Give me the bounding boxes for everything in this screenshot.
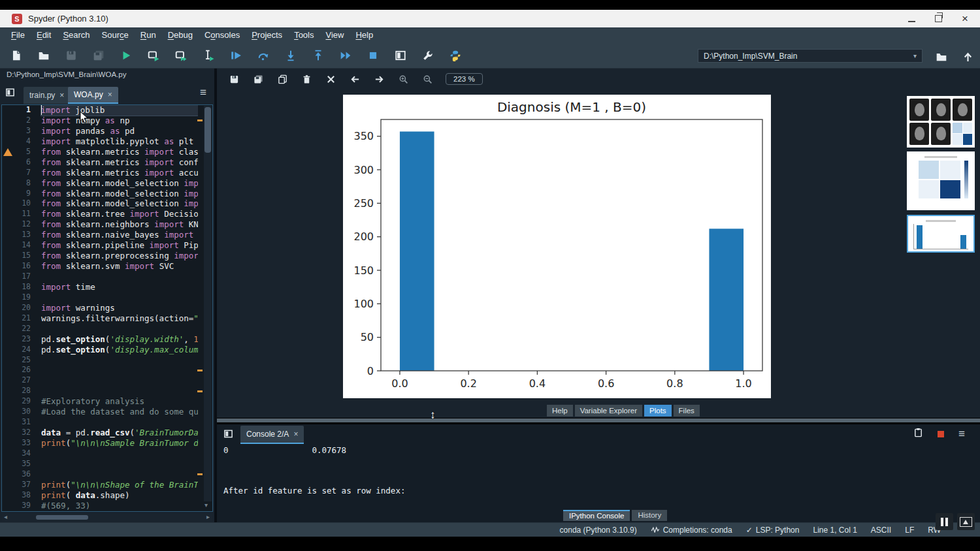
ipython-console-pane[interactable] [217, 424, 980, 522]
console-options-menu-icon[interactable]: ≡ [958, 428, 965, 439]
presenter-button[interactable] [957, 513, 975, 530]
menu-tools[interactable]: Tools [288, 29, 319, 41]
save-plot-icon[interactable] [225, 71, 242, 87]
editor-vertical-scrollbar[interactable] [204, 106, 212, 501]
close-icon[interactable]: × [59, 91, 64, 100]
editor-splitter-icon[interactable] [5, 87, 15, 100]
code-line[interactable]: 5from sklearn.metrics import class [2, 147, 198, 157]
menu-file[interactable]: File [5, 29, 31, 41]
editor-options-menu-icon[interactable]: ≡ [200, 87, 206, 98]
scroll-right-icon[interactable]: ▸ [206, 513, 210, 520]
thumbnail-brain-image-samples[interactable] [907, 96, 975, 148]
code-line[interactable]: 33print("\n\n\nSample BrainTumor da [2, 438, 198, 449]
step-into-icon[interactable] [282, 47, 299, 64]
console-splitter-icon[interactable] [223, 429, 233, 441]
menu-debug[interactable]: Debug [162, 29, 199, 41]
close-window-button[interactable]: × [962, 13, 968, 24]
tab-train-py[interactable]: train.py × [24, 87, 70, 104]
code-line[interactable]: 13from sklearn.naive_bayes import G [2, 230, 198, 240]
menu-edit[interactable]: Edit [31, 29, 57, 41]
scroll-down-icon[interactable]: ▾ [204, 501, 208, 509]
console-tab-ipython-console[interactable]: IPython Console [563, 510, 630, 521]
thumbnail-diagnosis-histogram[interactable] [907, 215, 975, 253]
next-plot-icon[interactable] [370, 71, 387, 87]
scrollbar-thumb[interactable] [204, 107, 211, 153]
maximize-pane-icon[interactable] [392, 47, 409, 64]
menu-help[interactable]: Help [350, 29, 379, 41]
code-line[interactable]: 25 [2, 355, 198, 366]
code-line[interactable]: 36 [2, 469, 198, 480]
code-line[interactable]: 14from sklearn.pipeline import Pipe [2, 240, 198, 251]
code-line[interactable]: 2import numpy as np [2, 116, 198, 126]
step-over-icon[interactable] [255, 47, 272, 64]
open-file-icon[interactable] [35, 47, 52, 64]
zoom-in-icon[interactable] [395, 71, 412, 87]
editor-horizontal-scrollbar[interactable] [2, 514, 212, 521]
debug-icon[interactable] [227, 47, 244, 64]
thumbnail-confusion-matrix[interactable] [907, 151, 975, 210]
continue-execution-icon[interactable] [337, 47, 354, 64]
code-line[interactable]: 35 [2, 459, 198, 469]
copy-console-icon[interactable] [913, 428, 923, 440]
close-icon[interactable]: × [108, 90, 112, 99]
python-env-icon[interactable] [447, 47, 464, 64]
code-line[interactable]: 4import matplotlib.pyplot as plt [2, 136, 198, 147]
horizontal-splitter[interactable] [217, 418, 980, 422]
new-file-icon[interactable] [8, 47, 25, 64]
parent-directory-button[interactable] [959, 48, 976, 65]
close-icon[interactable]: × [293, 430, 298, 439]
code-line[interactable]: 16from sklearn.svm import SVC [2, 261, 198, 272]
preferences-icon[interactable] [419, 47, 436, 64]
code-line[interactable]: 3import pandas as pd [2, 126, 198, 136]
working-directory-combo[interactable]: D:\Python_Imp\SVM_Brain ▾ [698, 49, 923, 63]
remove-all-plots-icon[interactable] [322, 71, 339, 87]
menu-projects[interactable]: Projects [246, 29, 288, 41]
run-cell-advance-icon[interactable] [172, 47, 189, 64]
code-line[interactable]: 30#Load the dataset and do some qui [2, 407, 198, 417]
run-selection-icon[interactable] [200, 47, 217, 64]
pane-tab-help[interactable]: Help [547, 405, 573, 417]
step-out-icon[interactable] [310, 47, 327, 64]
pause-button[interactable] [936, 513, 953, 530]
zoom-out-icon[interactable] [419, 71, 436, 87]
menu-view[interactable]: View [319, 29, 350, 41]
code-line[interactable]: 38print( data.shape) [2, 490, 198, 501]
code-line[interactable]: 32data = pd.read_csv('BrainTumorDat [2, 428, 198, 438]
save-all-plots-icon[interactable] [250, 71, 267, 87]
code-line[interactable]: 23pd.set_option('display.width', 10 [2, 334, 198, 345]
code-line[interactable]: 11from sklearn.tree import Decision [2, 209, 198, 219]
code-line[interactable]: 37print("\n\n\nShape of the BrainTu [2, 480, 198, 490]
copy-plot-icon[interactable] [274, 71, 291, 87]
code-line[interactable]: 22 [2, 324, 198, 334]
save-icon[interactable] [63, 47, 80, 64]
code-line[interactable]: 24pd.set_option('display.max_column [2, 345, 198, 355]
code-line[interactable]: 26 [2, 365, 198, 375]
tab-console-2a[interactable]: Console 2/A × [240, 426, 304, 444]
code-line[interactable]: 34 [2, 449, 198, 459]
code-line[interactable]: 31 [2, 417, 198, 428]
code-line[interactable]: 9from sklearn.model_selection impo [2, 189, 198, 199]
browse-directory-button[interactable] [933, 48, 950, 65]
remove-plot-icon[interactable] [298, 71, 315, 87]
pane-tab-files[interactable]: Files [674, 405, 700, 417]
code-line[interactable]: 20import warnings [2, 303, 198, 313]
menu-consoles[interactable]: Consoles [199, 29, 246, 41]
stop-debug-icon[interactable] [365, 47, 382, 64]
code-line[interactable]: 17 [2, 272, 198, 282]
pane-tab-variable-explorer[interactable]: Variable Explorer [575, 405, 642, 417]
code-line[interactable]: 19 [2, 292, 198, 303]
code-line[interactable]: 21warnings.filterwarnings(action="i [2, 313, 198, 324]
code-line[interactable]: 29#Exploratory analysis [2, 396, 198, 407]
code-line[interactable]: 27 [2, 375, 198, 386]
code-line[interactable]: 6from sklearn.metrics import confu [2, 157, 198, 168]
scrollbar-thumb[interactable] [36, 515, 88, 520]
code-line[interactable]: 8from sklearn.model_selection impo [2, 178, 198, 189]
code-line[interactable]: 28 [2, 386, 198, 396]
run-cell-icon[interactable] [145, 47, 162, 64]
scroll-left-icon[interactable]: ◂ [4, 513, 7, 520]
minimize-button[interactable] [908, 13, 915, 25]
code-line[interactable]: 18import time [2, 282, 198, 292]
save-all-icon[interactable] [90, 47, 107, 64]
menu-source[interactable]: Source [96, 29, 135, 41]
pane-tab-plots[interactable]: Plots [644, 405, 672, 417]
